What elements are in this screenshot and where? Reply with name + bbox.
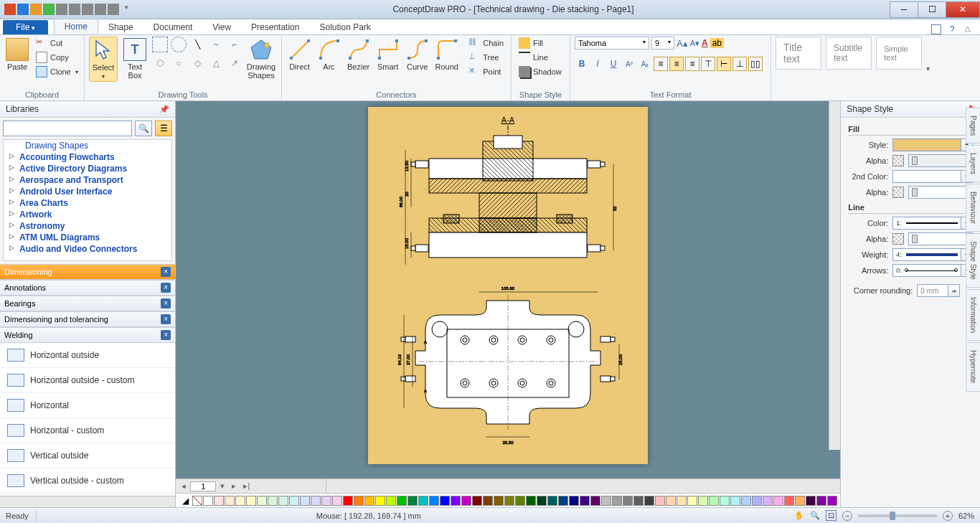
color-swatch[interactable] <box>278 496 288 506</box>
paste-button[interactable]: Paste <box>4 37 30 72</box>
highlight-icon[interactable]: ab <box>710 38 724 48</box>
curve-connector[interactable]: Curve <box>404 37 430 72</box>
color-swatch[interactable] <box>375 496 385 506</box>
shape-item[interactable]: Vertical outside <box>0 443 175 468</box>
subscript-button[interactable]: A₂ <box>638 57 652 71</box>
page-number[interactable]: 1 <box>190 481 216 491</box>
tree-mode[interactable]: ⊥Tree <box>466 51 507 64</box>
lib-item[interactable]: Accounting Flowcharts <box>4 151 171 163</box>
zoom-in-icon[interactable]: + <box>943 511 953 521</box>
color-swatch[interactable] <box>268 496 278 506</box>
lib-item[interactable]: Area Charts <box>4 197 171 209</box>
palette-dropper-icon[interactable]: ◢ <box>179 496 192 506</box>
line-weight-field[interactable]: 4:▼ <box>892 248 973 261</box>
canvas-page[interactable]: A-A <box>368 107 648 464</box>
ellipse-tool[interactable] <box>171 37 187 52</box>
color-swatch[interactable] <box>483 496 493 506</box>
subtitle-text-style[interactable]: Subtitle text <box>826 37 872 70</box>
lib-group-active[interactable]: Dimensioning× <box>0 264 175 280</box>
color-swatch[interactable] <box>311 496 321 506</box>
title-text-style[interactable]: Title text <box>776 37 821 70</box>
underline-button[interactable]: U <box>606 57 621 71</box>
close-group-icon[interactable]: × <box>161 330 171 340</box>
close-group-icon[interactable]: × <box>161 267 171 277</box>
lib-item[interactable]: Active Directory Diagrams <box>4 163 171 174</box>
color-swatch[interactable] <box>763 496 773 506</box>
shape-item[interactable]: Vertical outside - custom <box>0 468 175 494</box>
file-tab[interactable]: File <box>3 20 48 34</box>
color-swatch[interactable] <box>321 496 331 506</box>
color-swatch[interactable] <box>440 496 450 506</box>
tool-6[interactable]: ⬡ <box>152 55 168 71</box>
color-swatch[interactable] <box>827 496 837 506</box>
point-mode[interactable]: ✕Point <box>466 65 507 78</box>
canvas-hscroll[interactable] <box>326 479 840 493</box>
close-group-icon[interactable]: × <box>161 314 171 324</box>
search-button[interactable]: 🔍 <box>135 121 152 136</box>
round-connector[interactable]: Round <box>433 37 460 72</box>
font-family-select[interactable]: Tahoma ▾ <box>575 37 649 50</box>
align-middle-button[interactable]: ⊢ <box>717 57 731 71</box>
color-swatch[interactable] <box>687 496 697 506</box>
color-swatch[interactable] <box>526 496 536 506</box>
color-swatch[interactable] <box>601 496 611 506</box>
qa-dropdown-icon[interactable]: ▾ <box>121 4 132 15</box>
tab-solution-park[interactable]: Solution Park <box>309 20 380 34</box>
library-tree[interactable]: Drawing Shapes Accounting Flowcharts Act… <box>3 139 172 261</box>
pan-tool-icon[interactable]: ✋ <box>794 511 804 520</box>
chain-mode[interactable]: ⛓Chain <box>466 37 507 50</box>
color-swatch[interactable] <box>364 496 374 506</box>
lib-group[interactable]: Annotations× <box>0 280 175 296</box>
bezier-connector[interactable]: Bezier <box>345 37 372 72</box>
textbox-tool[interactable]: T Text Box <box>121 37 149 81</box>
color-swatch[interactable] <box>709 496 719 506</box>
font-size-select[interactable]: 9 ▾ <box>651 37 674 50</box>
shape-item[interactable]: Horizontal - custom <box>0 418 175 443</box>
tool-10[interactable]: ↗ <box>227 55 242 71</box>
lib-item[interactable]: Astronomy <box>4 220 171 232</box>
window-toggle-icon[interactable] <box>931 24 941 34</box>
increase-font-icon[interactable]: A▴ <box>677 38 688 49</box>
side-tab-shape-style[interactable]: Shape Style <box>966 233 980 288</box>
align-bottom-button[interactable]: ⊥ <box>732 57 747 71</box>
left-panel-hscroll[interactable] <box>0 496 175 507</box>
color-swatch[interactable] <box>666 496 676 506</box>
styles-dropdown-icon[interactable]: ▾ <box>926 65 930 72</box>
direct-connector[interactable]: Direct <box>286 37 313 72</box>
lib-item[interactable]: Aerospace and Transport <box>4 174 171 186</box>
tab-view[interactable]: View <box>202 20 241 34</box>
align-top-button[interactable]: ⊤ <box>701 57 715 71</box>
zoom-out-icon[interactable]: − <box>842 511 852 521</box>
color-swatch[interactable] <box>784 496 794 506</box>
tab-presentation[interactable]: Presentation <box>241 20 309 34</box>
color-swatch[interactable] <box>451 496 461 506</box>
lib-item[interactable]: Artwork <box>4 209 171 220</box>
color-swatch[interactable] <box>515 496 525 506</box>
qa-icon-4[interactable] <box>56 4 67 15</box>
color-swatch[interactable] <box>677 496 687 506</box>
color-swatch[interactable] <box>547 496 557 506</box>
canvas-viewport[interactable]: A-A <box>176 101 840 479</box>
shape-item[interactable]: Horizontal <box>0 393 175 418</box>
zoom-level[interactable]: 62% <box>958 512 974 520</box>
color-swatch[interactable] <box>343 496 353 506</box>
second-color-field[interactable]: ▼ <box>892 170 973 183</box>
library-search-input[interactable] <box>3 121 132 136</box>
arrows-field[interactable]: 0:▼ <box>892 264 973 277</box>
minimize-button[interactable]: ─ <box>890 1 918 18</box>
lib-group[interactable]: Bearings× <box>0 296 175 311</box>
line-button[interactable]: Line <box>516 51 565 64</box>
page-dropdown[interactable]: ▾ <box>217 481 227 491</box>
page-last[interactable]: ▸| <box>240 481 253 491</box>
side-tab-behaviour[interactable]: Behaviour <box>966 184 980 232</box>
color-swatch[interactable] <box>289 496 299 506</box>
line-alpha-slider[interactable] <box>908 232 973 245</box>
collapse-ribbon-icon[interactable]: △ <box>963 24 973 34</box>
fill-alpha-slider[interactable] <box>908 154 973 167</box>
palette-none-icon[interactable] <box>192 496 202 506</box>
color-swatch[interactable] <box>300 496 310 506</box>
second-alpha-slider[interactable] <box>908 186 973 199</box>
italic-button[interactable]: I <box>590 57 605 71</box>
color-swatch[interactable] <box>386 496 396 506</box>
app-icon[interactable] <box>4 4 16 15</box>
